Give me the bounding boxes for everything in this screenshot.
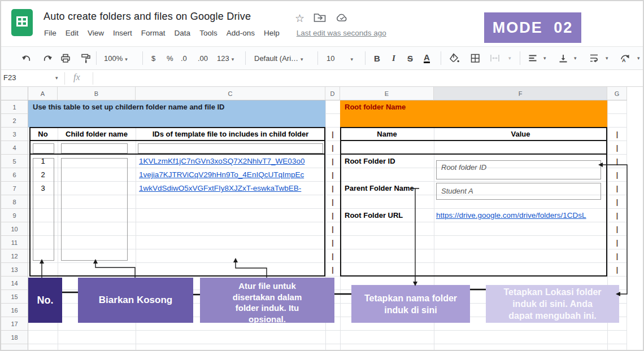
input-box-child-folder-column[interactable] <box>61 158 128 261</box>
menu-addons[interactable]: Add-ons <box>227 29 255 37</box>
row-header-9[interactable]: 9 <box>1 209 28 222</box>
select-all-corner[interactable] <box>1 87 28 100</box>
menu-insert[interactable]: Insert <box>113 29 132 37</box>
name-box[interactable]: F23 <box>3 73 16 82</box>
format-currency-button[interactable]: $ <box>151 54 155 63</box>
menu-format[interactable]: Format <box>141 29 166 37</box>
cell-a5[interactable]: 1 <box>28 155 58 168</box>
row-header-5[interactable]: 5 <box>1 155 28 168</box>
toolbar-divider <box>245 51 246 65</box>
column-header-E[interactable]: E <box>340 87 434 100</box>
cloud-status-icon[interactable] <box>335 12 349 25</box>
row-header-4[interactable]: 4 <box>1 141 28 155</box>
font-select[interactable]: Default (Ari…▾ <box>254 54 303 63</box>
row-header-17[interactable]: 17 <box>1 317 28 331</box>
sheets-logo-icon[interactable] <box>11 8 33 39</box>
template-file-link[interactable]: 1vejia7KJTRViCqV29hHn9To_4EnIQcUTqImpEc <box>139 168 323 182</box>
cell-a7[interactable]: 3 <box>28 182 58 195</box>
formula-bar: F23 ▾ fx <box>1 70 644 87</box>
menu-tools[interactable]: Tools <box>199 29 217 37</box>
input-box-a4[interactable] <box>33 143 54 153</box>
column-header-G[interactable]: G <box>607 87 627 100</box>
row-header-10[interactable]: 10 <box>1 222 28 236</box>
pipe-cell: | <box>607 155 627 168</box>
fx-icon[interactable]: fx <box>73 72 80 82</box>
blue-banner-cell[interactable]: Use this table to set up childern folder… <box>28 100 325 128</box>
row-header-16[interactable]: 16 <box>1 304 28 317</box>
undo-button[interactable] <box>21 54 32 63</box>
template-file-link[interactable]: 1wkVdSdiwO5xVGFxtFIy8XJZxT-eswkaTwbEB- <box>139 182 323 195</box>
column-header-B[interactable]: B <box>58 87 136 100</box>
borders-button[interactable] <box>470 53 481 63</box>
menu-help[interactable]: Help <box>264 29 280 37</box>
pipe-cell: | <box>325 249 340 263</box>
row-header-11[interactable]: 11 <box>1 236 28 249</box>
orange-banner-cell[interactable]: Root folder Name <box>340 100 607 128</box>
right-table-header-rule <box>340 140 607 141</box>
number-format-button[interactable]: 123▾ <box>217 54 234 63</box>
row-header-14[interactable]: 14 <box>1 277 28 290</box>
vertical-align-caret[interactable]: ▾ <box>574 55 577 61</box>
row-header-13[interactable]: 13 <box>1 263 28 277</box>
menu-view[interactable]: View <box>88 29 104 37</box>
label-root-folder-id[interactable]: Root Folder ID <box>345 155 430 168</box>
font-size-select[interactable]: 10▾ <box>327 54 353 63</box>
menu-data[interactable]: Data <box>175 29 191 37</box>
row-header-12[interactable]: 12 <box>1 249 28 263</box>
text-color-button[interactable]: A <box>424 53 430 63</box>
name-box-caret[interactable]: ▾ <box>55 75 58 81</box>
row-header-7[interactable]: 7 <box>1 182 28 195</box>
row-header-18[interactable]: 18 <box>1 331 28 344</box>
horizontal-align-caret[interactable]: ▾ <box>543 55 546 61</box>
last-edit-status[interactable]: Last edit was seconds ago <box>297 29 386 37</box>
vertical-align-button[interactable] <box>558 54 568 63</box>
annotation-tetapkan-lokasi: Tetapkan Lokasi folder induk di sini. An… <box>486 285 619 323</box>
strikethrough-button[interactable]: S <box>407 54 413 63</box>
italic-button[interactable]: I <box>392 54 395 63</box>
row-header-3[interactable]: 3 <box>1 128 28 141</box>
column-header-A[interactable]: A <box>28 87 58 100</box>
column-header-F[interactable]: F <box>434 87 607 100</box>
label-parent-folder-name[interactable]: Parent Folder Name <box>345 182 430 195</box>
increase-decimal-button[interactable]: .00 <box>198 54 208 63</box>
fill-color-button[interactable] <box>449 53 460 63</box>
text-wrap-button[interactable] <box>589 53 599 63</box>
redo-button[interactable] <box>42 54 53 63</box>
bold-button[interactable]: B <box>374 54 380 63</box>
root-folder-url-link[interactable]: https://drive.google.com/drive/folders/1… <box>436 209 606 222</box>
decrease-decimal-button[interactable]: .0 <box>181 54 187 63</box>
row-header-6[interactable]: 6 <box>1 168 28 182</box>
print-button[interactable] <box>60 53 71 63</box>
toolbar-divider <box>365 51 365 65</box>
column-header-D[interactable]: D <box>325 87 340 100</box>
text-wrap-caret[interactable]: ▾ <box>606 55 608 61</box>
input-box-b4[interactable] <box>61 143 128 153</box>
input-box-c4[interactable] <box>138 143 323 153</box>
format-percent-button[interactable]: % <box>167 54 173 63</box>
star-icon[interactable]: ☆ <box>295 13 304 24</box>
text-rotation-button[interactable]: A <box>619 53 630 63</box>
row-header-2[interactable]: 2 <box>1 114 28 128</box>
root-folder-id-input[interactable]: Root folder ID <box>436 160 601 179</box>
merge-cells-button[interactable] <box>489 53 501 63</box>
template-file-link[interactable]: 1KVLzmKf1jC7nGVn3xoSQ7X2NhlvT7_WE03o0 <box>139 155 323 168</box>
row-header-8[interactable]: 8 <box>1 195 28 209</box>
zoom-select[interactable]: 100%▾ <box>104 54 128 63</box>
merge-cells-caret[interactable]: ▾ <box>508 55 511 61</box>
document-title[interactable]: Auto create folders and files on Google … <box>43 11 251 23</box>
pipe-cell: | <box>325 168 340 182</box>
row-header-15[interactable]: 15 <box>1 290 28 304</box>
move-folder-icon[interactable] <box>313 12 327 25</box>
horizontal-align-button[interactable] <box>528 54 538 63</box>
label-root-folder-url[interactable]: Root Folder URL <box>345 209 434 222</box>
text-rotation-caret[interactable]: ▾ <box>637 55 640 61</box>
parent-folder-name-input[interactable]: Student A <box>436 183 601 200</box>
menu-edit[interactable]: Edit <box>66 29 79 37</box>
row-header-1[interactable]: 1 <box>1 100 28 114</box>
cell-a6[interactable]: 2 <box>28 168 58 182</box>
paint-format-button[interactable] <box>80 53 92 63</box>
menu-file[interactable]: File <box>44 29 56 37</box>
row-header-partial[interactable] <box>1 344 28 351</box>
column-header-C[interactable]: C <box>136 87 325 100</box>
mode-badge-label: MODE 02 <box>493 19 573 37</box>
